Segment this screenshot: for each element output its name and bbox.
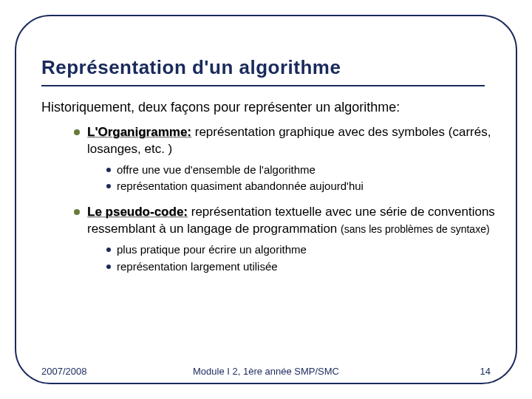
bullet-organigramme: L'Organigramme: représentation graphique… [74,124,502,194]
list-item: Le pseudo-code: représentation textuelle… [74,204,502,238]
sub-list: plus pratique pour écrire un algorithme … [106,242,502,274]
list-item: L'Organigramme: représentation graphique… [74,124,502,158]
bullet-icon [106,248,111,252]
slide-footer: 2007/2008 Module I 2, 1ère année SMP/SMC… [0,366,532,377]
list-item: plus pratique pour écrire un algorithme [106,242,502,257]
sub-text: représentation largement utilisée [117,259,278,274]
bullet-icon [74,209,80,215]
sub-text: plus pratique pour écrire un algorithme [117,242,307,257]
sub-text: offre une vue d'ensemble de l'algorithme [117,163,316,177]
list-item: représentation largement utilisée [106,259,502,274]
bullet-pseudocode: Le pseudo-code: représentation textuelle… [74,204,502,273]
footer-year: 2007/2008 [41,366,86,377]
slide-title: Représentation d'un algorithme [41,56,485,86]
list-item: offre une vue d'ensemble de l'algorithme [106,163,502,177]
term-label: Le pseudo-code: [87,205,188,219]
term-label: L'Organigramme: [87,125,191,139]
item-text: Le pseudo-code: représentation textuelle… [87,204,502,238]
bullet-icon [106,265,111,269]
sub-text: représentation quasiment abandonnée aujo… [117,179,364,194]
slide-content: Représentation d'un algorithme Historiqu… [41,56,502,284]
list-item: représentation quasiment abandonnée aujo… [106,179,502,194]
bullet-icon [106,168,111,172]
page-number: 14 [480,366,491,377]
item-desc-small: (sans les problèmes de syntaxe) [341,223,490,235]
intro-text: Historiquement, deux façons pour représe… [41,100,502,115]
slide: Représentation d'un algorithme Historiqu… [0,0,532,399]
item-text: L'Organigramme: représentation graphique… [87,124,502,158]
bullet-icon [74,129,80,135]
sub-list: offre une vue d'ensemble de l'algorithme… [106,163,502,194]
bullet-icon [106,184,111,188]
